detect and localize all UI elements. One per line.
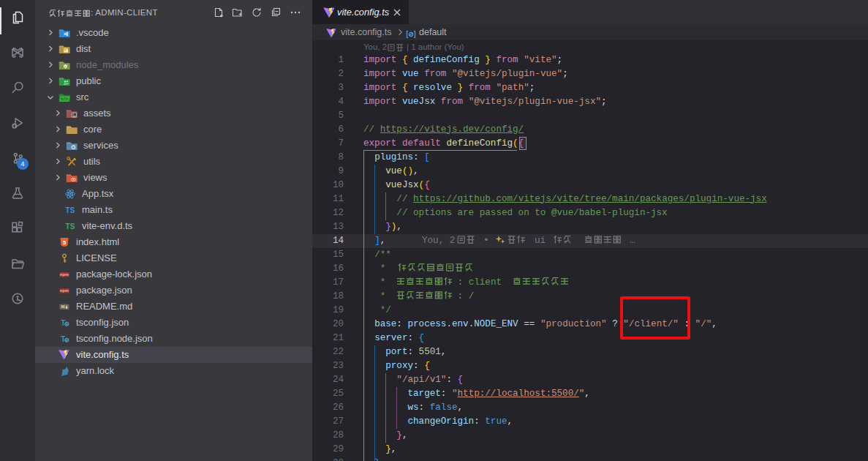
svg-text:T: T xyxy=(61,319,65,327)
svg-text:T: T xyxy=(61,335,65,343)
svg-text:M: M xyxy=(61,304,65,309)
svg-text:n: n xyxy=(64,64,67,69)
svg-text:TS: TS xyxy=(66,206,75,214)
svg-text:npm: npm xyxy=(60,288,69,293)
svg-text:</>: </> xyxy=(61,97,68,102)
svg-text:TS: TS xyxy=(66,222,75,230)
svg-text:npm: npm xyxy=(60,272,69,277)
